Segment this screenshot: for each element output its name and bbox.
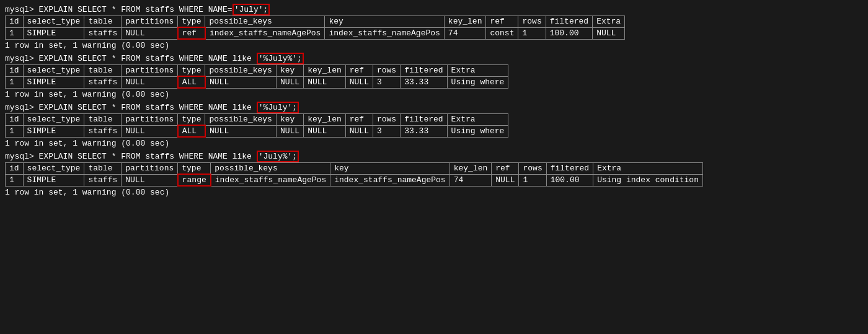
query-text: EXPLAIN SELECT * FROM staffs WHERE NAME=: [34, 5, 232, 14]
cell-type: ALL: [178, 125, 205, 137]
table-row: 1 SIMPLE staffs NULL ALL NULL NULL NULL …: [6, 76, 508, 88]
table-row: 1 SIMPLE staffs NULL ALL NULL NULL NULL …: [6, 125, 508, 137]
column-header: ref: [345, 65, 373, 77]
column-header: ref: [486, 16, 518, 28]
cell-key: index_staffs_nameAgePos: [325, 27, 444, 39]
cell-partitions: NULL: [122, 27, 178, 39]
column-header: key_len: [304, 114, 346, 126]
cell-possible_keys: index_staffs_nameAgePos: [211, 174, 330, 186]
result-table-3: id select_type table partitions type pos…: [5, 113, 508, 138]
cell-possible_keys: index_staffs_nameAgePos: [205, 27, 325, 39]
column-header: id: [6, 16, 24, 28]
section-1: mysql> EXPLAIN SELECT * FROM staffs WHER…: [5, 5, 863, 50]
row-summary: 1 row in set, 1 warning (0.00 sec): [5, 139, 863, 148]
query-highlight: 'July';: [232, 4, 270, 15]
section-4: mysql> EXPLAIN SELECT * FROM staffs WHER…: [5, 152, 863, 197]
row-summary: 1 row in set, 1 warning (0.00 sec): [5, 90, 863, 99]
cell-type: ref: [178, 27, 205, 39]
cell-select_type: SIMPLE: [23, 27, 84, 39]
section-2: mysql> EXPLAIN SELECT * FROM staffs WHER…: [5, 54, 863, 99]
column-header: select_type: [23, 16, 84, 28]
cell-extra: Using where: [447, 76, 508, 88]
column-header: type: [178, 65, 205, 77]
cell-ref: const: [486, 27, 518, 39]
column-header: filtered: [546, 163, 593, 175]
cell-rows: 3: [373, 125, 400, 137]
cell-extra: Using index condition: [593, 174, 703, 186]
column-header: filtered: [546, 16, 592, 28]
column-header: type: [178, 114, 205, 126]
column-header: type: [178, 163, 211, 175]
column-header: ref: [345, 114, 373, 126]
column-header: key: [276, 114, 303, 126]
cell-possible_keys: NULL: [205, 76, 276, 88]
column-header: rows: [373, 114, 400, 126]
cell-key_len: NULL: [304, 76, 346, 88]
result-table-1: id select_type table partitions type pos…: [5, 15, 625, 40]
cell-table: staffs: [84, 125, 122, 137]
column-header: table: [84, 65, 122, 77]
column-header: possible_keys: [205, 65, 276, 77]
prompt: mysql>: [5, 5, 34, 14]
cell-possible_keys: NULL: [205, 125, 276, 137]
cell-id: 1: [6, 125, 24, 137]
prompt: mysql>: [5, 103, 34, 112]
cell-key_len: 74: [444, 27, 486, 39]
cell-key_len: NULL: [304, 125, 346, 137]
column-header: possible_keys: [211, 163, 330, 175]
cell-table: staffs: [84, 27, 122, 39]
cell-type: range: [178, 174, 211, 186]
column-header: select_type: [23, 114, 84, 126]
column-header: key_len: [444, 16, 486, 28]
table-row: 1 SIMPLE staffs NULL range index_staffs_…: [6, 174, 703, 186]
cell-filtered: 100.00: [546, 27, 592, 39]
result-table-4: id select_type table partitions type pos…: [5, 162, 703, 187]
column-header: id: [6, 163, 24, 175]
result-table-2: id select_type table partitions type pos…: [5, 64, 508, 89]
column-header: Extra: [593, 16, 625, 28]
query-text: EXPLAIN SELECT * FROM staffs WHERE NAME …: [34, 152, 257, 161]
column-header: rows: [519, 163, 546, 175]
column-header: select_type: [23, 163, 84, 175]
query-text: EXPLAIN SELECT * FROM staffs WHERE NAME …: [34, 103, 257, 112]
column-header: Extra: [593, 163, 703, 175]
column-header: partitions: [122, 114, 178, 126]
column-header: type: [178, 16, 205, 28]
prompt: mysql>: [5, 54, 34, 63]
prompt: mysql>: [5, 152, 34, 161]
terminal: mysql> EXPLAIN SELECT * FROM staffs WHER…: [5, 5, 863, 197]
cell-filtered: 100.00: [546, 174, 593, 186]
column-header: key_len: [304, 65, 346, 77]
section-3: mysql> EXPLAIN SELECT * FROM staffs WHER…: [5, 103, 863, 148]
cell-rows: 1: [518, 27, 546, 39]
cell-partitions: NULL: [122, 76, 178, 88]
query-highlight: '%July';: [257, 102, 299, 113]
cell-key_len: 74: [450, 174, 492, 186]
column-header: Extra: [447, 65, 508, 77]
column-header: key_len: [450, 163, 492, 175]
cell-partitions: NULL: [122, 174, 178, 186]
cell-ref: NULL: [492, 174, 519, 186]
row-summary: 1 row in set, 1 warning (0.00 sec): [5, 188, 863, 197]
cell-select_type: SIMPLE: [23, 76, 84, 88]
cell-rows: 3: [373, 76, 400, 88]
column-header: rows: [518, 16, 546, 28]
column-header: Extra: [447, 114, 508, 126]
cell-id: 1: [6, 174, 24, 186]
column-header: select_type: [23, 65, 84, 77]
query-text: EXPLAIN SELECT * FROM staffs WHERE NAME …: [34, 54, 257, 63]
column-header: table: [84, 16, 122, 28]
cell-select_type: SIMPLE: [23, 174, 84, 186]
query-highlight: '%July%';: [257, 53, 304, 64]
query-highlight: 'July%';: [257, 151, 299, 162]
column-header: filtered: [401, 65, 447, 77]
column-header: table: [84, 163, 122, 175]
column-header: table: [84, 114, 122, 126]
column-header: filtered: [401, 114, 447, 126]
row-summary: 1 row in set, 1 warning (0.00 sec): [5, 41, 863, 50]
column-header: partitions: [122, 16, 178, 28]
query-line-2: mysql> EXPLAIN SELECT * FROM staffs WHER…: [5, 54, 863, 63]
cell-extra: NULL: [593, 27, 625, 39]
query-line-1: mysql> EXPLAIN SELECT * FROM staffs WHER…: [5, 5, 863, 14]
cell-select_type: SIMPLE: [23, 125, 84, 137]
